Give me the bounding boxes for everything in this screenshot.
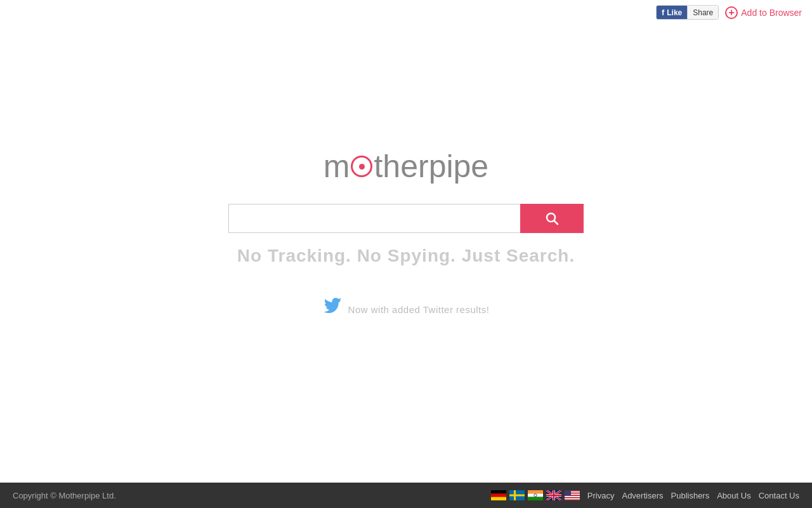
facebook-widget: f Like Share xyxy=(656,5,719,20)
publishers-link[interactable]: Publishers xyxy=(671,491,710,500)
logo-text: m therpipe xyxy=(324,148,488,185)
flag-se[interactable] xyxy=(509,490,525,500)
svg-rect-4 xyxy=(491,497,506,500)
fb-like-button[interactable]: f Like xyxy=(657,6,687,19)
privacy-link[interactable]: Privacy xyxy=(587,491,615,500)
footer-flags xyxy=(491,490,580,500)
main-content: m therpipe No Tracking. No Spying. Just … xyxy=(0,25,812,483)
fb-share-button[interactable]: Share xyxy=(687,6,718,19)
twitter-icon xyxy=(323,298,342,321)
logo-o-circle xyxy=(351,156,372,177)
svg-rect-10 xyxy=(528,497,543,500)
footer: Copyright © Motherpipe Ltd. xyxy=(0,483,812,508)
svg-rect-3 xyxy=(491,493,506,497)
fb-like-label: Like xyxy=(667,8,682,17)
flag-in[interactable] xyxy=(528,490,543,500)
top-bar: f Like Share + Add to Browser xyxy=(0,0,812,25)
flag-gb[interactable] xyxy=(546,490,561,500)
svg-line-1 xyxy=(554,221,558,225)
fb-icon: f xyxy=(662,8,664,17)
search-container xyxy=(228,204,584,233)
flag-us[interactable] xyxy=(565,490,580,500)
svg-rect-7 xyxy=(509,495,525,497)
svg-rect-25 xyxy=(565,498,580,500)
footer-copyright: Copyright © Motherpipe Ltd. xyxy=(13,491,116,500)
search-button[interactable] xyxy=(520,204,584,233)
add-to-browser-button[interactable]: + Add to Browser xyxy=(725,6,802,19)
search-input[interactable] xyxy=(228,204,520,233)
svg-rect-24 xyxy=(565,496,580,497)
add-to-browser-label: Add to Browser xyxy=(741,8,802,18)
about-link[interactable]: About Us xyxy=(717,491,750,500)
logo-part-rest: therpipe xyxy=(374,148,488,185)
contact-link[interactable]: Contact Us xyxy=(759,491,799,500)
footer-right: Privacy Advertisers Publishers About Us … xyxy=(491,490,799,500)
logo: m therpipe xyxy=(324,148,488,185)
twitter-notice: Now with added Twitter results! xyxy=(323,298,490,321)
svg-rect-26 xyxy=(565,490,571,496)
twitter-text: Now with added Twitter results! xyxy=(348,304,490,315)
advertisers-link[interactable]: Advertisers xyxy=(622,491,663,500)
logo-part-m: m xyxy=(324,148,350,185)
fb-share-label: Share xyxy=(693,8,713,17)
tagline: No Tracking. No Spying. Just Search. xyxy=(237,246,575,266)
svg-rect-20 xyxy=(546,495,561,497)
search-icon xyxy=(544,211,560,226)
logo-o-dot xyxy=(359,164,365,170)
flag-de[interactable] xyxy=(491,490,506,500)
plus-icon: + xyxy=(725,6,738,19)
svg-rect-2 xyxy=(491,490,506,493)
svg-rect-8 xyxy=(528,490,543,493)
